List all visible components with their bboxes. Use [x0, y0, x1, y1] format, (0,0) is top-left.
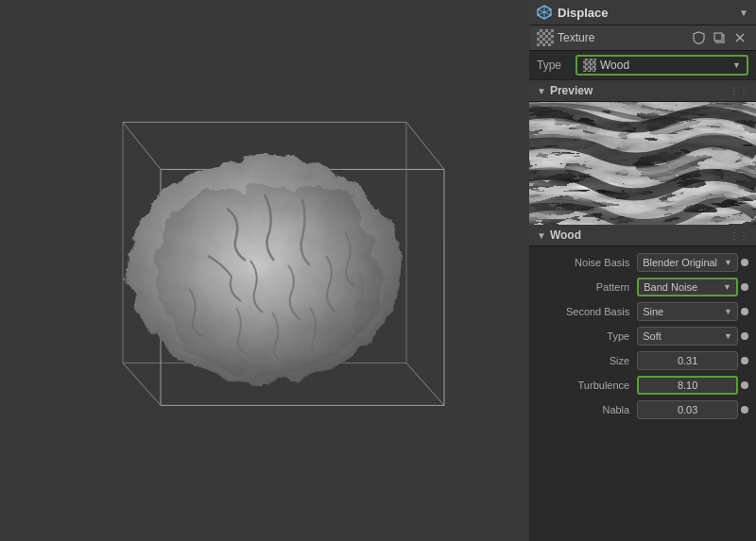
nabla-value: 0.03	[637, 400, 748, 419]
turbulence-field[interactable]: 8.10	[637, 376, 738, 395]
type-chevron: ▼	[732, 60, 741, 70]
type-icon	[583, 59, 596, 72]
pattern-dot	[741, 283, 748, 291]
second-basis-text: Sine	[643, 306, 663, 317]
pattern-chevron: ▼	[723, 282, 731, 292]
displace-collapse-arrow[interactable]: ▼	[739, 8, 748, 18]
wood-section-title: Wood	[550, 228, 726, 242]
nabla-field[interactable]: 0.03	[637, 400, 738, 419]
second-basis-chevron: ▼	[724, 307, 732, 316]
checkerboard-icon	[537, 29, 554, 46]
preview-section-title: Preview	[550, 84, 726, 97]
second-basis-label: Second Basis	[537, 306, 637, 317]
texture-preview	[529, 102, 756, 225]
pattern-value: Band Noise ▼	[637, 278, 748, 296]
size-label: Size	[537, 355, 637, 366]
close-icon[interactable]	[731, 29, 748, 46]
type-value: Wood	[600, 59, 629, 72]
size-text: 0.31	[678, 355, 697, 366]
type-row: Type Wood ▼	[529, 51, 756, 80]
viewport-canvas	[0, 0, 529, 541]
noise-basis-text: Blender Original	[643, 257, 717, 268]
turbulence-text: 8.10	[678, 380, 697, 391]
second-basis-dot	[741, 308, 748, 315]
size-dot	[741, 357, 748, 364]
nabla-row: Nabla 0.03	[529, 397, 756, 422]
wood-collapse-arrow: ▼	[537, 230, 546, 241]
svg-rect-18	[714, 33, 722, 41]
second-basis-value: Sine ▼	[637, 302, 748, 321]
pattern-row: Pattern Band Noise ▼	[529, 275, 756, 299]
pattern-label: Pattern	[537, 281, 637, 293]
second-basis-row: Second Basis Sine ▼	[529, 299, 756, 324]
wood-section-dots: ⋮⋮	[730, 230, 748, 241]
copy-icon[interactable]	[711, 29, 728, 46]
preview-section-header[interactable]: ▼ Preview ⋮⋮	[529, 80, 756, 102]
wood-type-text: Soft	[643, 330, 662, 342]
turbulence-value: 8.10	[637, 376, 748, 395]
type-dropdown-inner: Wood	[583, 59, 629, 72]
shield-icon[interactable]	[690, 29, 707, 46]
noise-basis-dropdown[interactable]: Blender Original ▼	[637, 253, 738, 272]
displace-title-group: Displace	[537, 5, 608, 20]
texture-header: Texture	[529, 25, 756, 51]
wood-type-dot	[741, 332, 748, 340]
properties-panel: Displace ▼ Texture	[529, 0, 756, 541]
noise-basis-dot	[741, 259, 748, 266]
nabla-text: 0.03	[678, 404, 697, 415]
displace-title-text: Displace	[558, 6, 608, 20]
wood-preview-svg	[529, 102, 756, 225]
type-dropdown[interactable]: Wood ▼	[576, 55, 748, 76]
displace-header[interactable]: Displace ▼	[529, 0, 756, 25]
brain-mesh	[104, 124, 425, 407]
wood-type-label: Type	[537, 330, 637, 342]
displace-icon	[537, 5, 552, 20]
wood-type-value: Soft ▼	[637, 327, 748, 346]
size-field[interactable]: 0.31	[637, 351, 738, 370]
preview-section-dots: ⋮⋮	[730, 86, 748, 96]
texture-label: Texture	[558, 31, 686, 44]
wood-section-header[interactable]: ▼ Wood ⋮⋮	[529, 225, 756, 246]
wood-properties: Noise Basis Blender Original ▼ Pattern B…	[529, 246, 756, 426]
noise-basis-value: Blender Original ▼	[637, 253, 748, 272]
viewport-3d[interactable]	[0, 0, 529, 541]
size-value: 0.31	[637, 351, 748, 370]
pattern-text: Band Noise	[644, 281, 697, 293]
noise-basis-label: Noise Basis	[537, 257, 637, 268]
nabla-dot	[741, 406, 748, 414]
turbulence-row: Turbulence 8.10	[529, 373, 756, 397]
turbulence-label: Turbulence	[537, 380, 637, 391]
nabla-label: Nabla	[537, 404, 637, 415]
type-field-label: Type	[537, 59, 570, 72]
size-row: Size 0.31	[529, 348, 756, 373]
second-basis-dropdown[interactable]: Sine ▼	[637, 302, 738, 321]
preview-collapse-arrow: ▼	[537, 86, 546, 96]
wood-type-dropdown[interactable]: Soft ▼	[637, 327, 738, 346]
noise-basis-row: Noise Basis Blender Original ▼	[529, 250, 756, 275]
pattern-dropdown[interactable]: Band Noise ▼	[637, 278, 738, 296]
wood-type-row: Type Soft ▼	[529, 324, 756, 348]
wood-type-chevron: ▼	[724, 331, 732, 341]
noise-basis-chevron: ▼	[724, 258, 732, 267]
turbulence-dot	[741, 381, 748, 389]
texture-icons-group	[690, 29, 748, 46]
